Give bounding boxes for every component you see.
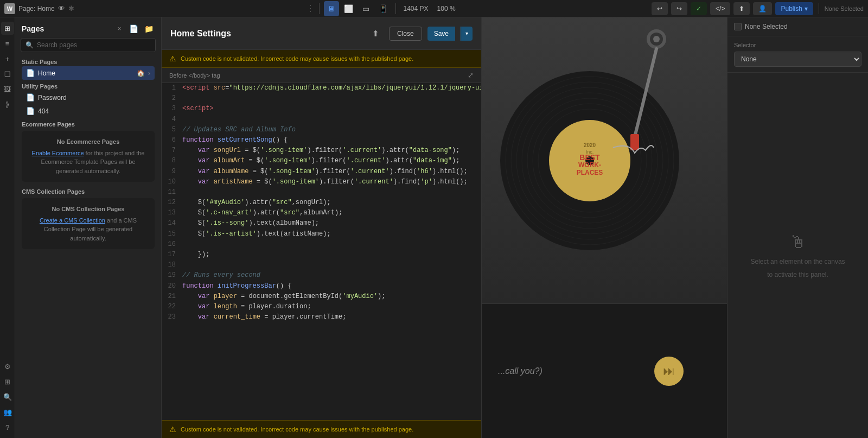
right-panel-empty-state: 🖱 Select an element on the canvas to act… <box>727 73 868 438</box>
topbar-left: W Page: Home 👁 ✱ <box>4 3 113 14</box>
canvas-zoom: 100 % <box>434 5 459 12</box>
ecommerce-enable-link[interactable]: Enable Ecommerce <box>32 150 84 156</box>
code-close-btn[interactable]: Close <box>389 27 422 41</box>
svg-text:2020: 2020 <box>584 142 596 148</box>
svg-text:BEST: BEST <box>579 153 600 162</box>
user-btn[interactable]: 👤 <box>753 2 772 15</box>
search-icon[interactable]: 🔍 <box>1 390 14 403</box>
right-panel: None Selected Selector None 🖱 Select an … <box>727 17 868 438</box>
code-save-dropdown-btn[interactable]: ▾ <box>461 27 473 41</box>
code-line-17: 17 }); <box>162 250 481 260</box>
topbar-center: ⋮ 🖥 ⬜ ▭ 📱 1404 PX 100 % <box>113 1 652 16</box>
tablet-landscape-btn[interactable]: ⬜ <box>341 1 356 16</box>
line-content-10: var artistName = $('.song-item').filter(… <box>182 177 468 187</box>
code-line-7: 7 var songUrl = $('.song-item').filter('… <box>162 145 481 156</box>
grid-icon[interactable]: ⊞ <box>1 375 14 388</box>
line-content-17: }); <box>182 250 209 260</box>
line-num-5: 5 <box>166 125 182 135</box>
assets-icon[interactable]: 🖼 <box>1 82 14 96</box>
line-num-12: 12 <box>166 198 182 208</box>
static-pages-section: Static Pages 📄 Home 🏠 › <box>15 56 161 81</box>
line-num-1: 1 <box>166 83 182 93</box>
code-line-11: 11 <box>162 187 481 198</box>
line-num-4: 4 <box>166 115 182 125</box>
users-icon[interactable]: 👥 <box>1 405 14 418</box>
code-expand-btn[interactable]: ⤢ <box>468 71 474 79</box>
ecommerce-empty-title: No Ecommerce Pages <box>28 137 148 147</box>
code-line-13: 13 $('.c-nav_art').attr("src",albumArt); <box>162 208 481 218</box>
code-line-20: 20 function initProgressBar() { <box>162 281 481 291</box>
svg-line-18 <box>635 49 656 137</box>
add-page-btn[interactable]: 📄 <box>127 23 139 35</box>
none-selected-checkbox[interactable] <box>734 23 742 30</box>
check-btn[interactable]: ✓ <box>691 2 707 15</box>
svg-text:PLACES: PLACES <box>577 169 603 176</box>
ecommerce-empty-box: No Ecommerce Pages Enable Ecommerce for … <box>22 131 155 182</box>
more-options-icon[interactable]: ⋮ <box>306 3 315 14</box>
tonearm-svg <box>608 28 673 164</box>
page-doc-icon: 📄 <box>26 69 35 77</box>
warning-icon-top: ⚠ <box>169 54 176 63</box>
cms-create-link[interactable]: Create a CMS Collection <box>40 217 105 224</box>
play-button[interactable]: ⏭ <box>654 357 684 386</box>
line-num-11: 11 <box>166 187 182 198</box>
mobile-view-btn[interactable]: 📱 <box>376 1 391 16</box>
tablet-portrait-btn[interactable]: ▭ <box>359 1 374 16</box>
components-icon[interactable]: ❑ <box>1 67 14 80</box>
warning-icon-bottom: ⚠ <box>169 425 176 434</box>
separator-2 <box>395 3 396 14</box>
code-line-1: 1 <script src="https://cdnjs.cloudflare.… <box>162 83 481 93</box>
line-content-5: // Updates SRC and Album Info <box>182 125 296 135</box>
pages-close-btn[interactable]: × <box>114 24 124 34</box>
code-warning-top: ⚠ Custom code is not validated. Incorrec… <box>162 50 481 68</box>
pages-search-input[interactable] <box>37 41 151 49</box>
publish-label: Publish <box>781 5 802 12</box>
canvas-content: 2020 Inc. BEST WORK- PLACES <box>482 17 727 438</box>
code-line-6: 6 function setCurrentSong() { <box>162 135 481 145</box>
redo-btn[interactable]: ↪ <box>671 2 687 15</box>
selector-dropdown[interactable]: None <box>734 52 861 67</box>
line-content-14: $('.is--song').text(albumName); <box>182 218 319 228</box>
add-icon[interactable]: + <box>1 52 14 65</box>
desktop-view-btn[interactable]: 🖥 <box>324 1 339 16</box>
line-num-9: 9 <box>166 167 182 177</box>
canvas-player-text: ...call you?) <box>498 366 542 376</box>
pages-icon[interactable]: ⊞ <box>1 22 14 35</box>
code-panel-share-btn[interactable]: ⬆ <box>368 26 384 41</box>
code-panel: Home Settings ⬆ Close Save ▾ ⚠ Custom co… <box>162 17 482 438</box>
settings-icon[interactable]: ⚙ <box>1 360 14 373</box>
publish-btn[interactable]: Publish ▾ <box>775 2 813 15</box>
code-line-9: 9 var albumName = $('.song-item').filter… <box>162 167 481 177</box>
code-editor[interactable]: 1 <script src="https://cdnjs.cloudflare.… <box>162 83 481 420</box>
undo-btn[interactable]: ↩ <box>652 2 668 15</box>
canvas-area[interactable]: 2020 Inc. BEST WORK- PLACES <box>482 17 727 438</box>
line-content-22: var length = player.duration; <box>182 302 311 312</box>
line-content-9: var albumName = $('.song-item').filter('… <box>182 167 468 177</box>
layers-icon[interactable]: ≡ <box>1 37 14 50</box>
code-btn[interactable]: </> <box>710 2 730 15</box>
svg-rect-19 <box>630 134 639 150</box>
page-item-password[interactable]: 📄 Password <box>22 91 155 104</box>
page-item-label-404: 404 <box>38 107 150 115</box>
add-folder-btn[interactable]: 📁 <box>143 23 155 35</box>
code-line-18: 18 <box>162 260 481 270</box>
cms-section: CMS Collection Pages No CMS Collection P… <box>15 186 161 253</box>
line-content-15: $('.is--artist').text(artistName); <box>182 229 331 239</box>
topbar-right: ↩ ↪ ✓ </> ⬆ 👤 Publish ▾ None Selected <box>652 2 864 15</box>
empty-message-line1: Select an element on the canvas <box>750 258 845 265</box>
page-eye-icon[interactable]: 👁 <box>58 4 65 12</box>
help-icon[interactable]: ? <box>1 421 14 434</box>
data-icon[interactable]: ⟫ <box>1 98 14 111</box>
page-item-home[interactable]: 📄 Home 🏠 › <box>22 66 155 80</box>
line-num-18: 18 <box>166 260 182 270</box>
tag-label-text: Before </body> tag <box>169 72 220 79</box>
export-btn[interactable]: ⬆ <box>733 2 750 15</box>
code-panel-header: Home Settings ⬆ Close Save ▾ <box>162 17 481 50</box>
code-save-btn[interactable]: Save <box>427 27 455 41</box>
page-item-404[interactable]: 📄 404 <box>22 104 155 118</box>
code-panel-title: Home Settings <box>170 29 363 39</box>
line-num-10: 10 <box>166 177 182 187</box>
code-line-15: 15 $('.is--artist').text(artistName); <box>162 229 481 239</box>
code-line-19: 19 // Runs every second <box>162 270 481 281</box>
page-options-icon[interactable]: ✱ <box>68 4 74 12</box>
